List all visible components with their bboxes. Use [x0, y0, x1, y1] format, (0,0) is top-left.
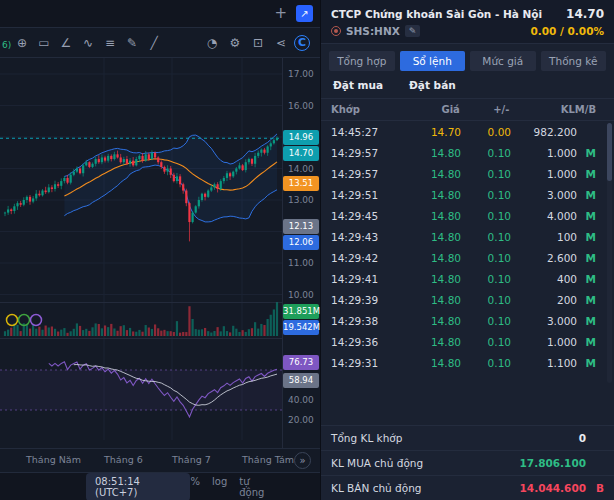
tab-thong-ke[interactable]: Thống kê: [541, 51, 607, 71]
wave-tool-icon[interactable]: ∿: [78, 33, 98, 53]
add-icon[interactable]: +: [274, 6, 287, 21]
tab-so-lenh[interactable]: Sổ lệnh: [400, 51, 466, 71]
scale-options: % log tự động: [190, 476, 274, 498]
buy-sell-flag: M: [577, 336, 604, 348]
panel-header: CTCP Chứng khoán Sài Gòn - Hà Nội 14.70 …: [321, 0, 614, 44]
last-price: 14.70: [566, 7, 604, 21]
order-row[interactable]: 14:29:3914.800.10200M: [321, 289, 614, 310]
order-row[interactable]: 14:29:5714.800.101.000M: [321, 163, 614, 184]
order-row[interactable]: 14:29:3814.800.103.000M: [321, 310, 614, 331]
toolbar-actions: ◔⚙⊡⋖C: [202, 33, 320, 53]
matched-time: 14:29:41: [331, 273, 407, 285]
edit-icon[interactable]: ✎: [405, 25, 421, 37]
matched-time: 14:29:31: [331, 357, 407, 369]
broker-logo[interactable]: C: [294, 35, 310, 51]
panel-tabs: Tổng hợp Sổ lệnh Mức giá Thống kê: [321, 44, 614, 77]
scrollbar[interactable]: [607, 123, 612, 383]
price-change: 0.10: [461, 273, 511, 285]
pencil-tool-icon[interactable]: ✎: [122, 33, 142, 53]
time-axis[interactable]: » Tháng NămTháng 6Tháng 7Tháng Tám: [0, 448, 320, 472]
matched-volume: 1.000: [511, 336, 577, 348]
rect-tool-icon[interactable]: ▭: [34, 33, 54, 53]
price-axis-label: 17.00: [288, 69, 314, 79]
toolbar-tools: ⊕▭∠∿≡✎╱: [0, 33, 164, 53]
fullscreen-icon[interactable]: ⊡: [248, 33, 268, 53]
matched-volume: 100: [511, 231, 577, 243]
axis-badge: 12.13: [283, 219, 319, 234]
chart-legend-fragment: 6): [2, 40, 11, 50]
buy-sell-flag: M: [577, 189, 604, 201]
summary-value: 14.044.600: [476, 482, 586, 494]
crosshair-tool-icon[interactable]: ⊕: [12, 33, 32, 53]
matched-price: 14.80: [407, 273, 461, 285]
tab-tong-hop[interactable]: Tổng hợp: [329, 51, 395, 71]
status-circle-icon: [331, 26, 341, 36]
buy-sell-flag: M: [577, 231, 604, 243]
tab-muc-gia[interactable]: Mức giá: [470, 51, 536, 71]
percent-scale-button[interactable]: %: [190, 476, 200, 498]
rsi-axis-label: 40.00: [288, 395, 314, 405]
order-row[interactable]: 14:29:4214.800.102.600M: [321, 247, 614, 268]
replay-icon[interactable]: ◔: [202, 33, 222, 53]
matched-time: 14:29:42: [331, 252, 407, 264]
summary-value: 0: [476, 432, 586, 444]
log-scale-button[interactable]: log: [212, 476, 227, 498]
summary-label: KL MUA chủ động: [331, 457, 476, 469]
dat-mua-button[interactable]: Đặt mua: [333, 79, 383, 91]
lines-tool-icon[interactable]: ≡: [100, 33, 120, 53]
jump-to-latest-icon[interactable]: »: [294, 452, 311, 469]
order-row[interactable]: 14:29:3614.800.101.000M: [321, 331, 614, 352]
price-axis[interactable]: 17.0016.0015.0014.0013.0011.0010.0040.00…: [0, 58, 320, 448]
chart-section: + ↗ ⊕▭∠∿≡✎╱ ◔⚙⊡⋖C 6) 17.0016.0015.0014.0…: [0, 0, 320, 500]
price-change: 0.00: [461, 126, 511, 138]
summary-flag: B: [586, 482, 604, 494]
buy-sell-flag: M: [577, 357, 604, 369]
time-axis-label: Tháng 6: [104, 454, 143, 465]
dat-ban-button[interactable]: Đặt bán: [409, 79, 456, 91]
rsi-axis-label: 20.00: [288, 415, 314, 425]
buy-sell-flag: M: [577, 252, 604, 264]
drawing-toolbar: ⊕▭∠∿≡✎╱ ◔⚙⊡⋖C: [0, 28, 320, 58]
order-panel: CTCP Chứng khoán Sài Gòn - Hà Nội 14.70 …: [320, 0, 614, 500]
order-row[interactable]: 14:29:5114.800.103.000M: [321, 184, 614, 205]
matched-price: 14.80: [407, 210, 461, 222]
buy-sell-flag: M: [577, 147, 604, 159]
price-change: 0.10: [461, 168, 511, 180]
summary-label: Tổng KL khớp: [331, 432, 476, 444]
order-list[interactable]: 14:45:2714.700.00982.20014:29:5714.800.1…: [321, 121, 614, 385]
axis-badge: 58.94: [283, 373, 319, 388]
trendline-tool-icon[interactable]: ╱: [144, 33, 164, 53]
scrollbar-thumb[interactable]: [607, 123, 612, 181]
buy-sell-flag: M: [577, 315, 604, 327]
price-change: 0.10: [461, 252, 511, 264]
share-icon[interactable]: ⋖: [271, 33, 291, 53]
buy-sell-flag: M: [577, 210, 604, 222]
summary-section: Tổng KL khớp0KL MUA chủ động17.806.100KL…: [321, 425, 614, 500]
matched-volume: 200: [511, 294, 577, 306]
order-row[interactable]: 14:29:4314.800.10100M: [321, 226, 614, 247]
order-row[interactable]: 14:29:5714.800.101.000M: [321, 142, 614, 163]
auto-scale-button[interactable]: tự động: [239, 476, 274, 498]
matched-time: 14:29:45: [331, 210, 407, 222]
summary-row: KL MUA chủ động17.806.100: [321, 450, 614, 475]
price-change: 0.10: [461, 294, 511, 306]
buy-sell-flag: M: [577, 294, 604, 306]
axis-badge: 12.06: [283, 235, 319, 250]
expand-icon[interactable]: ↗: [296, 5, 313, 22]
summary-value: 17.806.100: [476, 457, 586, 469]
angle-tool-icon[interactable]: ∠: [56, 33, 76, 53]
matched-volume: 400: [511, 273, 577, 285]
order-row[interactable]: 14:29:4114.800.10400M: [321, 268, 614, 289]
matched-price: 14.80: [407, 189, 461, 201]
chart-area[interactable]: 17.0016.0015.0014.0013.0011.0010.0040.00…: [0, 58, 320, 448]
matched-price: 14.80: [407, 168, 461, 180]
matched-time: 14:29:36: [331, 336, 407, 348]
col-gia: Giá: [406, 104, 460, 115]
matched-volume: 3.000: [511, 315, 577, 327]
matched-price: 14.80: [407, 231, 461, 243]
order-row[interactable]: 14:29:3114.800.101.100M: [321, 352, 614, 373]
order-row[interactable]: 14:29:4514.800.104.000M: [321, 205, 614, 226]
matched-price: 14.80: [407, 147, 461, 159]
settings-gear-icon[interactable]: ⚙: [225, 33, 245, 53]
order-row[interactable]: 14:45:2714.700.00982.200: [321, 121, 614, 142]
